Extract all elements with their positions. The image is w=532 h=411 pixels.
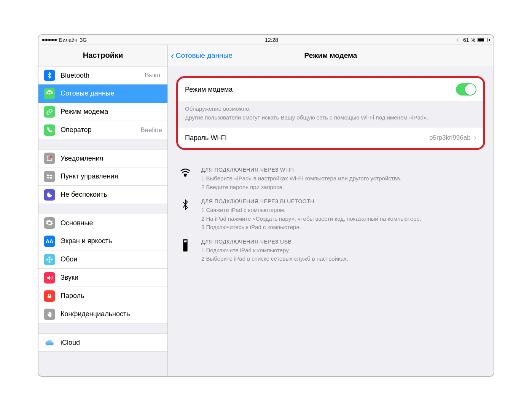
svg-point-7 (49, 258, 51, 260)
usb-icon (178, 239, 192, 263)
sidebar-item-экран-и-яркость[interactable]: AAЭкран и яркость (38, 232, 167, 250)
svg-point-0 (49, 93, 50, 94)
svg-point-4 (50, 177, 52, 178)
phone-icon (44, 124, 55, 136)
wifi-password-value: p5rp3kri996ab (429, 134, 471, 142)
wifi-password-label: Пароль Wi-Fi (185, 134, 429, 142)
instruction-line: 1 Выберите «iPad» в настройках Wi-Fi ком… (201, 174, 483, 183)
svg-point-8 (49, 256, 51, 258)
sidebar-item-пункт-управления[interactable]: Пункт управления (38, 167, 167, 186)
instruction-block: ДЛЯ ПОДКЛЮЧЕНИЯ ЧЕРЕЗ BLUETOOTH1 Свяжите… (178, 198, 483, 232)
instruction-header: ДЛЯ ПОДКЛЮЧЕНИЯ ЧЕРЕЗ WI-FI (201, 167, 483, 173)
network-label: 3G (80, 37, 87, 43)
sidebar-item-label: Bluetooth (61, 72, 145, 80)
svg-point-2 (50, 156, 52, 158)
gear-icon (44, 217, 55, 229)
sidebar-item-label: Не беспокоить (61, 191, 162, 199)
chevron-left-icon: ‹ (171, 51, 174, 61)
signal-dots-icon (42, 39, 57, 41)
hotspot-label: Режим модема (185, 86, 456, 94)
sidebar-item-сотовые-данные[interactable]: Сотовые данные (38, 84, 167, 103)
svg-point-13 (185, 175, 186, 177)
sidebar-item-режим-модема[interactable]: Режим модема (38, 103, 167, 121)
instruction-block: ДЛЯ ПОДКЛЮЧЕНИЯ ЧЕРЕЗ USB1 Подключите iP… (178, 239, 483, 263)
hotspot-footer-line2: Другие пользователи смогут искать Вашу о… (185, 113, 476, 122)
hotspot-footer-line1: Обнаружение возможно. (185, 105, 476, 113)
svg-point-11 (51, 258, 53, 260)
sound-icon (44, 272, 55, 284)
bluetooth-icon (178, 198, 192, 232)
sidebar-item-label: Пароль (61, 292, 162, 300)
connection-instructions: ДЛЯ ПОДКЛЮЧЕНИЯ ЧЕРЕЗ WI-FI1 Выберите «i… (168, 156, 494, 285)
instruction-line: 2 Выберите iPad в списке сетевых служб в… (201, 255, 483, 263)
antenna-icon (44, 88, 55, 99)
sidebar-item-label: Сотовые данные (61, 89, 162, 97)
sidebar-item-value: Beeline (140, 126, 162, 134)
settings-sidebar[interactable]: Настройки BluetoothВыкл.Сотовые данныеРе… (38, 45, 168, 376)
instruction-line: 3 Подключитесь к iPad с компьютера. (201, 223, 483, 232)
sidebar-item-основные[interactable]: Основные (38, 214, 167, 232)
lock-icon (44, 290, 55, 302)
wifi-icon (178, 167, 192, 191)
hotspot-highlight-box: Режим модема Обнаружение возможно. Други… (176, 76, 485, 150)
sidebar-item-label: Конфиденциальность (61, 310, 162, 318)
hand-icon (44, 309, 55, 320)
control-icon (44, 171, 55, 182)
status-bar: Билайн 3G 12:28 ☾ 61 % (38, 35, 494, 45)
sidebar-item-label: Звуки (61, 274, 162, 282)
instruction-line: 2 На iPad нажмите «Создать пару», чтобы … (201, 215, 483, 223)
svg-rect-6 (47, 177, 49, 178)
sidebar-item-label: Обои (61, 255, 162, 263)
sidebar-item-bluetooth[interactable]: BluetoothВыкл. (38, 66, 167, 84)
detail-pane: ‹ Сотовые данные Режим модема Режим моде… (168, 45, 494, 376)
clock: 12:28 (265, 37, 278, 43)
back-label: Сотовые данные (176, 51, 233, 60)
battery-icon (478, 38, 490, 42)
sidebar-item-не-беспокоить[interactable]: Не беспокоить (38, 186, 167, 204)
sidebar-item-уведомления[interactable]: Уведомления (38, 149, 167, 167)
sidebar-item-оператор[interactable]: ОператорBeeline (38, 121, 167, 139)
svg-point-10 (46, 258, 48, 260)
sidebar-item-label: Экран и яркость (61, 237, 162, 245)
svg-rect-5 (49, 175, 52, 176)
carrier-label: Билайн (59, 37, 78, 43)
instruction-header: ДЛЯ ПОДКЛЮЧЕНИЯ ЧЕРЕЗ BLUETOOTH (201, 198, 483, 204)
sidebar-item-пароль[interactable]: Пароль (38, 287, 167, 305)
sidebar-item-конфиденциальность[interactable]: Конфиденциальность (38, 305, 167, 323)
sidebar-item-label: iCloud (61, 339, 162, 347)
ipad-settings-window: Билайн 3G 12:28 ☾ 61 % Настройки Bluetoo… (38, 34, 494, 377)
sidebar-item-label: Основные (61, 219, 162, 227)
chevron-right-icon: › (474, 133, 476, 143)
svg-rect-15 (185, 240, 185, 241)
sidebar-item-label: Оператор (61, 126, 140, 134)
sidebar-item-label: Режим модема (61, 108, 162, 116)
do-not-disturb-icon: ☾ (456, 37, 461, 43)
flower-icon (44, 254, 55, 265)
wifi-password-row[interactable]: Пароль Wi-Fi p5rp3kri996ab › (178, 127, 483, 148)
notify-icon (44, 153, 55, 164)
instruction-line: 1 Подключите iPad к компьютеру. (201, 246, 483, 255)
instruction-block: ДЛЯ ПОДКЛЮЧЕНИЯ ЧЕРЕЗ WI-FI1 Выберите «i… (178, 167, 483, 191)
link-icon (44, 106, 55, 118)
sidebar-item-label: Уведомления (61, 155, 162, 162)
instruction-line: 1 Свяжите iPad с компьютером. (201, 206, 483, 215)
svg-rect-17 (183, 243, 187, 252)
instruction-header: ДЛЯ ПОДКЛЮЧЕНИЯ ЧЕРЕЗ USB (201, 239, 483, 245)
sidebar-item-звуки[interactable]: Звуки (38, 269, 167, 287)
detail-header: ‹ Сотовые данные Режим модема (168, 45, 494, 66)
battery-pct: 61 % (463, 37, 475, 43)
sidebar-item-icloud[interactable]: iCloud (38, 333, 167, 352)
sidebar-item-обои[interactable]: Обои (38, 250, 167, 269)
svg-rect-16 (186, 240, 186, 241)
svg-point-9 (49, 261, 51, 263)
cloud-icon (44, 337, 55, 348)
hotspot-toggle[interactable] (456, 83, 476, 96)
svg-point-3 (47, 174, 49, 176)
bluetooth-icon (44, 70, 55, 81)
aa-icon: AA (44, 236, 55, 247)
sidebar-item-label: Пункт управления (61, 172, 162, 180)
back-button[interactable]: ‹ Сотовые данные (168, 51, 233, 61)
svg-rect-12 (48, 296, 51, 298)
hotspot-toggle-row[interactable]: Режим модема (178, 78, 483, 101)
hotspot-footer: Обнаружение возможно. Другие пользовател… (178, 101, 483, 127)
